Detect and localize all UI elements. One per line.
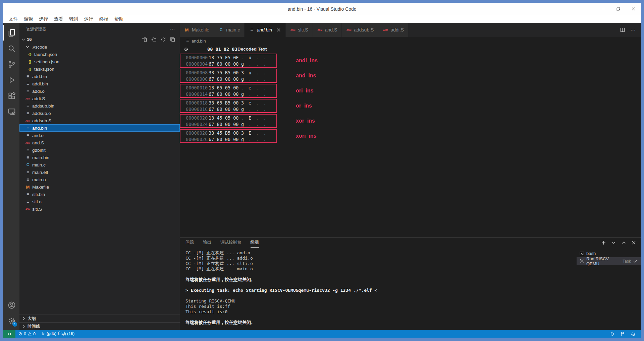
tree-item-and-o[interactable]: ≡and.o [19, 132, 180, 139]
close-window-icon[interactable] [631, 7, 636, 11]
panel-tab-[interactable]: 输出 [203, 237, 211, 248]
tree-item-addsub-bin[interactable]: ≡addsub.bin [19, 102, 180, 110]
explorer-actions [142, 37, 176, 42]
tree-item-settings-json[interactable]: {}settings.json [19, 58, 180, 65]
hex-row-0000002C[interactable]: 0000002C67 80 00 00g... [180, 136, 276, 142]
explorer-root-folder[interactable]: 16 [19, 36, 180, 43]
tree-item-addi-s[interactable]: ASMaddi.S [19, 95, 180, 102]
terminal-instance-run-riscv-qemu[interactable]: Run RISCV-QEMUTask [577, 257, 641, 265]
hex-row-00000020[interactable]: 0000002013 45 05 00.E.. [180, 115, 276, 121]
tab-addsub-s[interactable]: ASMaddsub.S [342, 23, 378, 37]
panel-tab-[interactable]: 终端 [251, 237, 259, 248]
search-icon [8, 45, 16, 53]
tab-and-s[interactable]: ASMand.S [313, 23, 342, 37]
collapse-all-icon[interactable] [170, 37, 175, 42]
breadcrumb-file: and.bin [192, 39, 206, 44]
activity-settings[interactable]: 1 [3, 313, 19, 329]
tree-item-addi-bin[interactable]: ≡addi.bin [19, 80, 180, 87]
hex-row-00000004[interactable]: 0000000467 80 00 00g... [180, 61, 276, 67]
tree-item-slti-bin[interactable]: ≡slti.bin [19, 191, 180, 198]
tree-item-addsub-o[interactable]: ≡addsub.o [19, 110, 180, 117]
hex-row-00000008[interactable]: 0000000833 75 B5 003u.. [180, 69, 276, 76]
chevron-up-icon[interactable] [621, 240, 626, 245]
tree-item-gdbinit[interactable]: ≡gdbinit [19, 146, 180, 154]
tree-item-main-elf[interactable]: ≡main.elf [19, 168, 180, 176]
menu-[interactable]: 查看 [51, 16, 66, 22]
menu-[interactable]: 编辑 [21, 16, 36, 22]
menu-[interactable]: 运行 [81, 16, 96, 22]
hex-row-0000000C[interactable]: 0000000C67 80 00 00g... [180, 76, 276, 82]
status-feedback[interactable] [618, 331, 627, 336]
restore-icon[interactable] [616, 7, 621, 11]
new-file-icon[interactable] [142, 37, 147, 42]
tree-item-and-s[interactable]: ASMand.S [19, 139, 180, 146]
hex-decoded-text: g... [239, 137, 268, 142]
panel-tab-[interactable]: 调试控制台 [220, 237, 241, 248]
menu-[interactable]: 选择 [36, 16, 51, 22]
file-label: main.c [32, 162, 46, 167]
hex-row-0000001C[interactable]: 0000001C67 80 00 00g... [180, 106, 276, 112]
menu-[interactable]: 终端 [96, 16, 111, 22]
hex-row-00000014[interactable]: 0000001467 80 00 00g... [180, 91, 276, 97]
debug-launch-status[interactable]: (gdb) 启动 (16) [38, 330, 77, 338]
gear-icon[interactable] [184, 47, 189, 52]
close-icon[interactable] [631, 240, 636, 245]
more-actions-icon[interactable]: ··· [631, 27, 636, 32]
chevron-down-icon[interactable] [611, 240, 616, 245]
sidebar-section-[interactable]: 大纲 [19, 315, 180, 322]
status-flame[interactable] [608, 331, 617, 336]
breadcrumb[interactable]: ≡ and.bin [180, 37, 641, 45]
remote-indicator[interactable] [3, 330, 15, 338]
status-bell[interactable] [629, 331, 638, 336]
hex-bytes: 13 65 05 00 [209, 85, 239, 90]
menu-[interactable]: 转到 [66, 16, 81, 22]
tree-item-addsub-s[interactable]: ASMaddsub.S [19, 117, 180, 124]
file-file-icon: ≡ [25, 169, 31, 175]
file-label: addsub.S [32, 118, 51, 123]
hex-row-00000010[interactable]: 0000001013 65 05 00.e.. [180, 84, 276, 91]
menu-[interactable]: 帮助 [111, 16, 126, 22]
problems-status[interactable]: 0 0 [15, 330, 38, 338]
activity-remote-explorer[interactable] [3, 104, 19, 119]
makefile-file-icon: M [25, 184, 31, 190]
tree-item-addi-o[interactable]: ≡addi.o [19, 87, 180, 95]
activity-run-debug[interactable] [3, 72, 19, 88]
panel-tab-[interactable]: 问题 [185, 237, 194, 248]
sidebar-section-[interactable]: 时间线 [19, 322, 180, 330]
tree-item-and-bin[interactable]: ≡and.bin [19, 124, 180, 132]
tree-item-tasks-json[interactable]: {}tasks.json [19, 65, 180, 73]
tree-item-makefile[interactable]: MMakefile [19, 183, 180, 191]
minimize-icon[interactable] [601, 7, 605, 11]
hex-row-00000000[interactable]: 0000000013 75 F5 0F.u.. [180, 54, 276, 61]
tree-item-vscode[interactable]: .vscode [19, 43, 180, 51]
terminal-output[interactable]: CC -[M] 正在构建 ... and.oCC -[M] 正在构建 ... a… [180, 248, 577, 330]
activity-extensions[interactable] [3, 88, 19, 104]
tree-item-add-bin[interactable]: ≡add.bin [19, 73, 180, 80]
explorer-more-actions[interactable]: ··· [170, 27, 175, 31]
tab-addi-s[interactable]: ASMaddi.S [378, 23, 409, 37]
hex-row-00000018[interactable]: 0000001833 65 B5 003e.. [180, 99, 276, 106]
activity-search[interactable] [3, 41, 19, 56]
tab-makefile[interactable]: MMakefile [180, 23, 214, 37]
activity-source-control[interactable] [3, 56, 19, 72]
refresh-icon[interactable] [161, 37, 166, 42]
activity-account[interactable] [3, 297, 19, 313]
hex-row-00000028[interactable]: 0000002833 45 B5 003E.. [180, 130, 276, 136]
tree-item-main-bin[interactable]: ≡main.bin [19, 154, 180, 161]
plus-icon[interactable] [601, 240, 606, 245]
hex-row-00000024[interactable]: 0000002467 80 00 00g... [180, 121, 276, 127]
tab-slti-s[interactable]: ASMslti.S [286, 23, 313, 37]
tree-item-slti-o[interactable]: ≡slti.o [19, 198, 180, 205]
tab-and-bin[interactable]: ≡and.bin [245, 23, 286, 37]
menu-[interactable]: 文件 [6, 16, 21, 22]
tree-item-main-c[interactable]: Cmain.c [19, 161, 180, 168]
split-editor-icon[interactable] [620, 27, 625, 32]
new-folder-icon[interactable] [151, 37, 157, 42]
tree-item-launch-json[interactable]: {}launch.json [19, 51, 180, 58]
tree-item-slti-s[interactable]: ASMslti.S [19, 205, 180, 213]
tree-item-main-o[interactable]: ≡main.o [19, 176, 180, 183]
activity-files[interactable] [3, 25, 19, 41]
tab-main-c[interactable]: Cmain.c [214, 23, 245, 37]
file-label: main.o [32, 177, 46, 182]
close-tab-icon[interactable] [276, 27, 281, 32]
